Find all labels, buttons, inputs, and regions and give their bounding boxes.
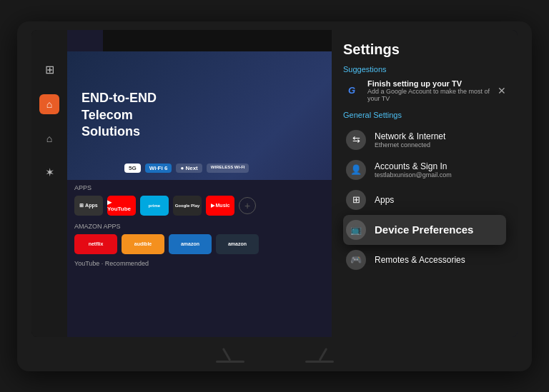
close-suggestion-button[interactable]: ✕ [498,85,506,96]
accounts-text: Accounts & Sign In testlabxunison@gmail.… [375,161,503,179]
suggestion-subtitle: Add a Google Account to make the most of… [367,88,490,102]
apps-button[interactable]: ⊞ Apps [74,196,103,216]
audible-app[interactable]: audible [122,234,164,254]
badge-row: 5G Wi·Fi 6 ● Next WIRELESS WI-FI [124,164,249,173]
badge-wifi: Wi·Fi 6 [145,164,172,173]
accounts-title: Accounts & Sign In [375,161,503,171]
add-app-button[interactable]: + [239,197,256,214]
stand-right [302,341,337,363]
google-logo: G [343,82,360,99]
suggestions-label: Suggestions [343,65,506,74]
tv-sidebar: ⊞ ⌂ ⌂ ✶ [31,30,67,337]
settings-item-remotes[interactable]: 🎮 Remotes & Accessories [343,245,506,275]
settings-item-network[interactable]: ⇆ Network & Internet Ethernet connected [343,125,506,155]
general-settings-label: General Settings [343,111,506,119]
apps-icon: ⊞ [346,190,366,210]
apps-text: Apps [375,195,503,205]
suggestion-card[interactable]: G Finish setting up your TV Add a Google… [343,79,506,102]
badge-next: ● Next [176,164,202,173]
sidebar-home-outline-icon[interactable]: ⌂ [39,129,59,149]
gplay-app[interactable]: Google Play [173,196,202,216]
suggestion-title: Finish setting up your TV [367,79,490,88]
network-icon: ⇆ [346,130,366,150]
settings-item-device-preferences[interactable]: 📺 Device Preferences [343,215,506,245]
device-preferences-title: Device Preferences [375,223,503,236]
sidebar-star-icon[interactable]: ✶ [39,163,59,183]
settings-panel: Settings Suggestions G Finish setting up… [332,30,518,337]
banner-title: END-to-END Telecom Solutions [81,90,157,140]
settings-item-accounts[interactable]: 👤 Accounts & Sign In testlabxunison@gmai… [343,155,506,185]
tv-screen: ⊞ ⌂ ⌂ ✶ 🎤 📺 END-to-END Telecom Solutions [31,30,518,337]
network-title: Network & Internet [375,131,503,141]
suggestion-text: Finish setting up your TV Add a Google A… [367,79,490,102]
youtube-app[interactable]: ▶ YouTube [107,196,136,216]
sidebar-home-icon[interactable]: ⌂ [39,94,59,114]
network-text: Network & Internet Ethernet connected [375,131,503,149]
remotes-title: Remotes & Accessories [375,255,503,265]
accounts-subtitle: testlabxunison@gmail.com [375,171,503,179]
stand-left [212,341,248,363]
prime-app[interactable]: prime [140,196,169,216]
remotes-text: Remotes & Accessories [375,255,503,265]
ytmusic-app[interactable]: ▶ Music [206,196,234,216]
settings-title: Settings [343,41,506,58]
device-pref-text: Device Preferences [375,223,503,236]
netflix-app[interactable]: netflix [74,234,117,254]
badge-wireless: WIRELESS WI-FI [207,164,249,173]
badge-5g: 5G [124,164,141,173]
tv-frame: ⊞ ⌂ ⌂ ✶ 🎤 📺 END-to-END Telecom Solutions [17,21,532,371]
amazon-app-1[interactable]: amazon [169,234,212,254]
network-subtitle: Ethernet connected [375,141,503,149]
amazon-app-2[interactable]: amazon [216,234,259,254]
tv-stand [185,341,364,363]
sidebar-grid-icon[interactable]: ⊞ [39,60,59,80]
settings-item-apps[interactable]: ⊞ Apps [343,185,506,215]
banner-text: END-to-END Telecom Solutions [81,90,157,140]
remotes-icon: 🎮 [346,250,366,270]
apps-settings-title: Apps [375,195,503,205]
accounts-icon: 👤 [346,160,366,180]
device-pref-icon: 📺 [346,220,366,240]
